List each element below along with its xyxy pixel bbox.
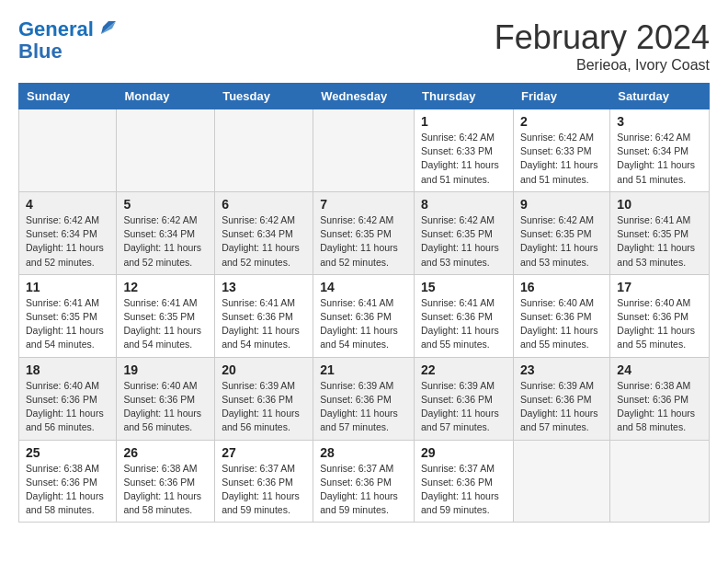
day-number: 1: [421, 114, 506, 129]
day-info: Sunrise: 6:38 AMSunset: 6:36 PMDaylight:…: [26, 462, 109, 518]
month-title: February 2024: [495, 18, 710, 57]
day-info: Sunrise: 6:38 AMSunset: 6:36 PMDaylight:…: [123, 462, 208, 518]
calendar-cell: 28Sunrise: 6:37 AMSunset: 6:36 PMDayligh…: [313, 440, 415, 523]
day-number: 4: [26, 197, 109, 212]
calendar-header-saturday: Saturday: [610, 84, 710, 109]
calendar-cell: 3Sunrise: 6:42 AMSunset: 6:34 PMDaylight…: [610, 109, 710, 192]
day-info: Sunrise: 6:41 AMSunset: 6:36 PMDaylight:…: [222, 296, 306, 352]
calendar-header-friday: Friday: [513, 84, 609, 109]
day-number: 7: [320, 197, 407, 212]
calendar-cell: 15Sunrise: 6:41 AMSunset: 6:36 PMDayligh…: [415, 274, 514, 357]
day-info: Sunrise: 6:42 AMSunset: 6:33 PMDaylight:…: [520, 131, 603, 187]
day-info: Sunrise: 6:39 AMSunset: 6:36 PMDaylight:…: [320, 379, 407, 435]
calendar-cell: 26Sunrise: 6:38 AMSunset: 6:36 PMDayligh…: [117, 440, 215, 523]
page-header: General Blue February 2024 Berieoa, Ivor…: [18, 18, 710, 74]
calendar-cell: 14Sunrise: 6:41 AMSunset: 6:36 PMDayligh…: [313, 274, 415, 357]
calendar-cell: 17Sunrise: 6:40 AMSunset: 6:36 PMDayligh…: [610, 274, 710, 357]
day-number: 8: [421, 197, 506, 212]
calendar-cell: [117, 109, 215, 192]
logo-text: General: [18, 18, 94, 40]
day-info: Sunrise: 6:39 AMSunset: 6:36 PMDaylight:…: [421, 379, 506, 435]
calendar-cell: 12Sunrise: 6:41 AMSunset: 6:35 PMDayligh…: [117, 274, 215, 357]
calendar-cell: 25Sunrise: 6:38 AMSunset: 6:36 PMDayligh…: [19, 440, 117, 523]
day-number: 23: [520, 362, 603, 377]
calendar-header-thursday: Thursday: [415, 84, 514, 109]
calendar-cell: [19, 109, 117, 192]
calendar-table: SundayMondayTuesdayWednesdayThursdayFrid…: [18, 83, 710, 523]
day-info: Sunrise: 6:41 AMSunset: 6:35 PMDaylight:…: [26, 296, 109, 352]
day-info: Sunrise: 6:40 AMSunset: 6:36 PMDaylight:…: [617, 296, 702, 352]
day-info: Sunrise: 6:41 AMSunset: 6:36 PMDaylight:…: [320, 296, 407, 352]
calendar-cell: 2Sunrise: 6:42 AMSunset: 6:33 PMDaylight…: [513, 109, 609, 192]
day-number: 9: [520, 197, 603, 212]
calendar-cell: 20Sunrise: 6:39 AMSunset: 6:36 PMDayligh…: [215, 357, 313, 440]
day-info: Sunrise: 6:42 AMSunset: 6:34 PMDaylight:…: [123, 213, 208, 270]
day-number: 6: [222, 197, 306, 212]
day-info: Sunrise: 6:37 AMSunset: 6:36 PMDaylight:…: [421, 462, 506, 518]
logo: General Blue: [18, 18, 116, 63]
day-number: 29: [421, 445, 506, 460]
calendar-cell: 22Sunrise: 6:39 AMSunset: 6:36 PMDayligh…: [415, 357, 514, 440]
day-number: 25: [26, 445, 109, 460]
calendar-cell: [610, 440, 710, 523]
calendar-cell: 1Sunrise: 6:42 AMSunset: 6:33 PMDaylight…: [415, 109, 514, 192]
day-number: 19: [123, 362, 208, 377]
day-info: Sunrise: 6:42 AMSunset: 6:35 PMDaylight:…: [520, 213, 603, 270]
day-number: 28: [320, 445, 407, 460]
day-info: Sunrise: 6:42 AMSunset: 6:35 PMDaylight:…: [421, 213, 506, 270]
location-subtitle: Berieoa, Ivory Coast: [495, 57, 710, 74]
day-number: 18: [26, 362, 109, 377]
day-number: 20: [222, 362, 306, 377]
day-info: Sunrise: 6:42 AMSunset: 6:33 PMDaylight:…: [421, 131, 506, 187]
day-info: Sunrise: 6:39 AMSunset: 6:36 PMDaylight:…: [222, 379, 306, 435]
day-info: Sunrise: 6:42 AMSunset: 6:34 PMDaylight:…: [26, 213, 109, 270]
calendar-header-sunday: Sunday: [19, 84, 117, 109]
calendar-cell: 7Sunrise: 6:42 AMSunset: 6:35 PMDaylight…: [313, 191, 415, 274]
calendar-cell: 24Sunrise: 6:38 AMSunset: 6:36 PMDayligh…: [610, 357, 710, 440]
calendar-cell: 6Sunrise: 6:42 AMSunset: 6:34 PMDaylight…: [215, 191, 313, 274]
day-number: 2: [520, 114, 603, 129]
day-number: 17: [617, 280, 702, 294]
day-info: Sunrise: 6:40 AMSunset: 6:36 PMDaylight:…: [123, 379, 208, 435]
day-info: Sunrise: 6:37 AMSunset: 6:36 PMDaylight:…: [320, 462, 407, 518]
logo-bird-icon: [96, 17, 116, 38]
calendar-header-row: SundayMondayTuesdayWednesdayThursdayFrid…: [19, 84, 710, 109]
day-number: 27: [222, 445, 306, 460]
day-info: Sunrise: 6:42 AMSunset: 6:34 PMDaylight:…: [222, 213, 306, 270]
day-number: 22: [421, 362, 506, 377]
calendar-cell: 9Sunrise: 6:42 AMSunset: 6:35 PMDaylight…: [513, 191, 609, 274]
calendar-cell: 11Sunrise: 6:41 AMSunset: 6:35 PMDayligh…: [19, 274, 117, 357]
day-info: Sunrise: 6:41 AMSunset: 6:36 PMDaylight:…: [421, 296, 506, 352]
day-number: 21: [320, 362, 407, 377]
calendar-header-wednesday: Wednesday: [313, 84, 415, 109]
day-number: 15: [421, 280, 506, 294]
calendar-cell: 21Sunrise: 6:39 AMSunset: 6:36 PMDayligh…: [313, 357, 415, 440]
calendar-header-tuesday: Tuesday: [215, 84, 313, 109]
calendar-cell: 5Sunrise: 6:42 AMSunset: 6:34 PMDaylight…: [117, 191, 215, 274]
day-info: Sunrise: 6:39 AMSunset: 6:36 PMDaylight:…: [520, 379, 603, 435]
day-info: Sunrise: 6:37 AMSunset: 6:36 PMDaylight:…: [222, 462, 306, 518]
calendar-cell: 8Sunrise: 6:42 AMSunset: 6:35 PMDaylight…: [415, 191, 514, 274]
day-number: 5: [123, 197, 208, 212]
calendar-cell: [215, 109, 313, 192]
calendar-header-monday: Monday: [117, 84, 215, 109]
day-number: 24: [617, 362, 702, 377]
day-number: 12: [123, 280, 208, 294]
day-info: Sunrise: 6:40 AMSunset: 6:36 PMDaylight:…: [520, 296, 603, 352]
day-number: 16: [520, 280, 603, 294]
calendar-cell: 4Sunrise: 6:42 AMSunset: 6:34 PMDaylight…: [19, 191, 117, 274]
calendar-cell: 23Sunrise: 6:39 AMSunset: 6:36 PMDayligh…: [513, 357, 609, 440]
day-number: 3: [617, 114, 702, 129]
day-number: 13: [222, 280, 306, 294]
day-number: 26: [123, 445, 208, 460]
day-number: 11: [26, 280, 109, 294]
calendar-cell: [313, 109, 415, 192]
day-number: 10: [617, 197, 702, 212]
day-info: Sunrise: 6:42 AMSunset: 6:34 PMDaylight:…: [617, 131, 702, 187]
day-info: Sunrise: 6:42 AMSunset: 6:35 PMDaylight:…: [320, 213, 407, 270]
day-number: 14: [320, 280, 407, 294]
calendar-cell: 27Sunrise: 6:37 AMSunset: 6:36 PMDayligh…: [215, 440, 313, 523]
title-block: February 2024 Berieoa, Ivory Coast: [495, 18, 710, 74]
day-info: Sunrise: 6:41 AMSunset: 6:35 PMDaylight:…: [617, 213, 702, 270]
calendar-cell: 19Sunrise: 6:40 AMSunset: 6:36 PMDayligh…: [117, 357, 215, 440]
